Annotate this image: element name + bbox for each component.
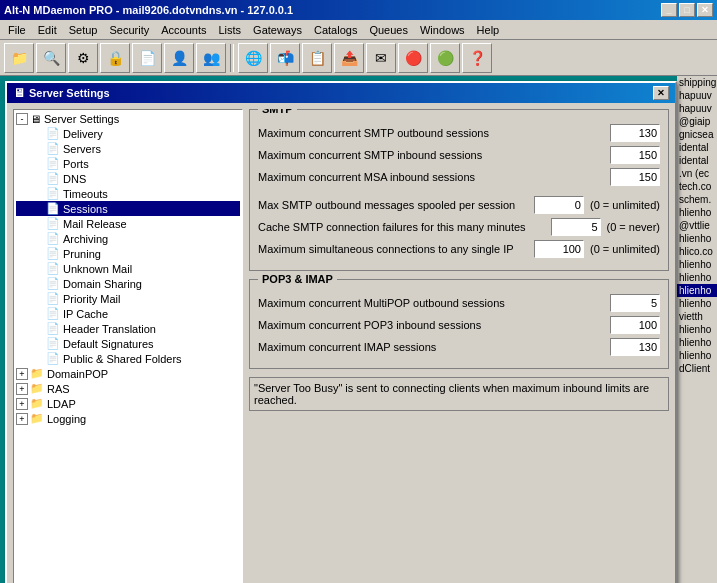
- pop3-input-2[interactable]: [610, 338, 660, 356]
- right-panel-item-1: hapuuv: [677, 89, 717, 102]
- toolbar-button-14[interactable]: 🟢: [430, 43, 460, 73]
- pop3-row-2: Maximum concurrent IMAP sessions: [258, 338, 660, 356]
- right-panel-item-19: hlienho: [677, 323, 717, 336]
- maximize-button[interactable]: □: [679, 3, 695, 17]
- toolbar: 📁🔍⚙🔒📄👤👥🌐📬📋📤✉🔴🟢❓: [0, 40, 717, 76]
- toolbar-button-9[interactable]: 📬: [270, 43, 300, 73]
- toolbar-button-0[interactable]: 📁: [4, 43, 34, 73]
- toolbar-button-11[interactable]: 📤: [334, 43, 364, 73]
- main-area: shippinghapuuvhapuuv@giaipgnicseaidental…: [0, 76, 717, 583]
- tree-item-mail-release[interactable]: 📄Mail Release: [16, 216, 240, 231]
- toolbar-button-6[interactable]: 👥: [196, 43, 226, 73]
- tree-root-label: Server Settings: [44, 113, 119, 125]
- toolbar-button-10[interactable]: 📋: [302, 43, 332, 73]
- tree-panel[interactable]: - 🖥 Server Settings 📄Delivery📄Servers📄Po…: [13, 109, 243, 583]
- tree-label: DomainPOP: [47, 368, 108, 380]
- tree-expand-icon[interactable]: +: [16, 383, 28, 395]
- tree-item-header-translation[interactable]: 📄Header Translation: [16, 321, 240, 336]
- tree-expand-icon[interactable]: +: [16, 398, 28, 410]
- smtp-input-4[interactable]: [551, 218, 601, 236]
- tree-item-priority-mail[interactable]: 📄Priority Mail: [16, 291, 240, 306]
- tree-item-public-&-shared-folders[interactable]: 📄Public & Shared Folders: [16, 351, 240, 366]
- toolbar-button-15[interactable]: ❓: [462, 43, 492, 73]
- toolbar-button-5[interactable]: 👤: [164, 43, 194, 73]
- toolbar-button-13[interactable]: 🔴: [398, 43, 428, 73]
- pop3-input-0[interactable]: [610, 294, 660, 312]
- toolbar-button-3[interactable]: 🔒: [100, 43, 130, 73]
- smtp-row-2: Maximum concurrent MSA inbound sessions: [258, 168, 660, 186]
- tree-item-logging[interactable]: +📁Logging: [16, 411, 240, 426]
- info-text: "Server Too Busy" is sent to connecting …: [249, 377, 669, 411]
- pop3-label-2: Maximum concurrent IMAP sessions: [258, 341, 610, 353]
- menu-item-edit[interactable]: Edit: [32, 22, 63, 38]
- right-panel-item-14: hlienho: [677, 258, 717, 271]
- right-panel-item-11: @vttlie: [677, 219, 717, 232]
- folder-icon: 📁: [30, 367, 44, 380]
- tree-item-domain-sharing[interactable]: 📄Domain Sharing: [16, 276, 240, 291]
- tree-expand-icon[interactable]: +: [16, 413, 28, 425]
- menu-item-file[interactable]: File: [2, 22, 32, 38]
- menu-item-catalogs[interactable]: Catalogs: [308, 22, 363, 38]
- tree-label: Timeouts: [63, 188, 108, 200]
- toolbar-button-8[interactable]: 🌐: [238, 43, 268, 73]
- tree-item-delivery[interactable]: 📄Delivery: [16, 126, 240, 141]
- menu-item-help[interactable]: Help: [471, 22, 506, 38]
- title-bar: Alt-N MDaemon PRO - mail9206.dotvndns.vn…: [0, 0, 717, 20]
- pop3-row-0: Maximum concurrent MultiPOP outbound ses…: [258, 294, 660, 312]
- right-panel-item-15: hlienho: [677, 271, 717, 284]
- right-panel-item-8: tech.co: [677, 180, 717, 193]
- smtp-input-0[interactable]: [610, 124, 660, 142]
- tree-item-ras[interactable]: +📁RAS: [16, 381, 240, 396]
- tree-item-domainpop[interactable]: +📁DomainPOP: [16, 366, 240, 381]
- tree-item-servers[interactable]: 📄Servers: [16, 141, 240, 156]
- menu-item-gateways[interactable]: Gateways: [247, 22, 308, 38]
- menu-item-queues[interactable]: Queues: [363, 22, 414, 38]
- tree-item-sessions[interactable]: 📄Sessions: [16, 201, 240, 216]
- menu-item-lists[interactable]: Lists: [212, 22, 247, 38]
- tree-item-archiving[interactable]: 📄Archiving: [16, 231, 240, 246]
- tree-root[interactable]: - 🖥 Server Settings: [16, 112, 240, 126]
- tree-item-pruning[interactable]: 📄Pruning: [16, 246, 240, 261]
- tree-item-ip-cache[interactable]: 📄IP Cache: [16, 306, 240, 321]
- tree-item-dns[interactable]: 📄DNS: [16, 171, 240, 186]
- menu-item-setup[interactable]: Setup: [63, 22, 104, 38]
- smtp-input-3[interactable]: [534, 196, 584, 214]
- folder-icon: 📄: [46, 172, 60, 185]
- menu-item-security[interactable]: Security: [103, 22, 155, 38]
- smtp-input-1[interactable]: [610, 146, 660, 164]
- dialog-icon: 🖥: [13, 86, 25, 100]
- tree-label: LDAP: [47, 398, 76, 410]
- folder-icon: 📁: [30, 382, 44, 395]
- folder-icon: 📄: [46, 127, 60, 140]
- toolbar-button-1[interactable]: 🔍: [36, 43, 66, 73]
- toolbar-button-2[interactable]: ⚙: [68, 43, 98, 73]
- smtp-group: SMTP Maximum concurrent SMTP outbound se…: [249, 109, 669, 271]
- tree-label: Unknown Mail: [63, 263, 132, 275]
- smtp-row-4: Cache SMTP connection failures for this …: [258, 218, 660, 236]
- tree-item-ports[interactable]: 📄Ports: [16, 156, 240, 171]
- right-panel-item-13: hlico.co: [677, 245, 717, 258]
- tree-item-timeouts[interactable]: 📄Timeouts: [16, 186, 240, 201]
- toolbar-separator: [230, 44, 234, 72]
- toolbar-button-4[interactable]: 📄: [132, 43, 162, 73]
- server-settings-dialog: 🖥 Server Settings ✕ - 🖥 Server Settings …: [5, 81, 677, 583]
- minimize-button[interactable]: _: [661, 3, 677, 17]
- tree-item-ldap[interactable]: +📁LDAP: [16, 396, 240, 411]
- smtp-group-title: SMTP: [258, 109, 297, 115]
- pop3-input-1[interactable]: [610, 316, 660, 334]
- menu-item-accounts[interactable]: Accounts: [155, 22, 212, 38]
- tree-label: Logging: [47, 413, 86, 425]
- toolbar-button-12[interactable]: ✉: [366, 43, 396, 73]
- tree-label: Delivery: [63, 128, 103, 140]
- tree-expand-icon[interactable]: +: [16, 368, 28, 380]
- tree-item-unknown-mail[interactable]: 📄Unknown Mail: [16, 261, 240, 276]
- tree-label: Servers: [63, 143, 101, 155]
- tree-item-default-signatures[interactable]: 📄Default Signatures: [16, 336, 240, 351]
- tree-expand-root[interactable]: -: [16, 113, 28, 125]
- close-button[interactable]: ✕: [697, 3, 713, 17]
- folder-icon: 📄: [46, 262, 60, 275]
- dialog-close-button[interactable]: ✕: [653, 86, 669, 100]
- menu-item-windows[interactable]: Windows: [414, 22, 471, 38]
- smtp-input-2[interactable]: [610, 168, 660, 186]
- smtp-input-5[interactable]: [534, 240, 584, 258]
